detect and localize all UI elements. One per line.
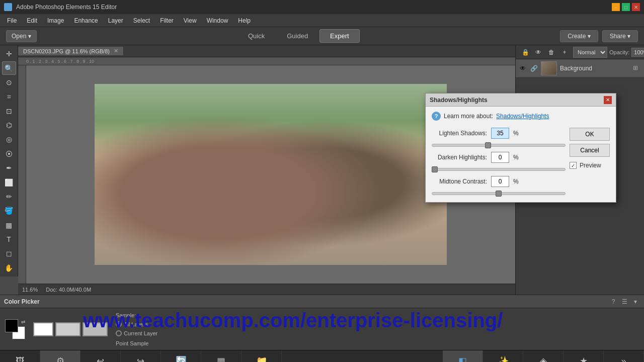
darken-highlights-value[interactable]: 0: [491, 152, 509, 163]
app-icon: [4, 3, 12, 11]
menu-window[interactable]: Window: [202, 16, 233, 26]
learn-link[interactable]: Shadows/Highlights: [496, 113, 549, 120]
menu-select[interactable]: Select: [128, 16, 155, 26]
doc-tab-name: DSCN0203.JPG @ 11.6% (RGB/8): [23, 48, 110, 54]
crop-tool[interactable]: ⊡: [2, 105, 16, 118]
graphics-icon: ◈: [536, 354, 550, 362]
dialog-sliders: Lighten Shadows: 35 % Darken Highlights: [432, 128, 566, 197]
dock-tool-options[interactable]: ⚙ Tool Options: [40, 350, 80, 362]
document-canvas[interactable]: [95, 84, 447, 265]
maximize-button[interactable]: □: [622, 3, 630, 11]
layer-icon-4[interactable]: +: [559, 47, 570, 58]
close-button[interactable]: ✕: [632, 3, 640, 11]
dock-graphics[interactable]: ◈ Graphics: [523, 350, 564, 362]
learn-prefix: Learn more about:: [444, 113, 493, 120]
layer-expand-icon[interactable]: ⊞: [633, 64, 641, 72]
midtone-contrast-thumb[interactable]: [496, 191, 502, 197]
swap-colors-icon[interactable]: ⇄: [21, 319, 25, 325]
dock-rotate[interactable]: 🔄 Rotate: [161, 350, 201, 362]
layer-link-icon[interactable]: 🔗: [530, 64, 538, 72]
foreground-color-swatch[interactable]: [5, 319, 18, 332]
menu-filter[interactable]: Filter: [155, 16, 179, 26]
smart-brush[interactable]: ⦿: [2, 147, 16, 160]
type-tool[interactable]: T: [2, 233, 16, 246]
menu-help[interactable]: Help: [233, 16, 256, 26]
current-layer-option[interactable]: Current Layer: [116, 330, 157, 336]
dock-layout[interactable]: ▦ Layout: [201, 350, 242, 362]
darken-highlights-track[interactable]: [432, 168, 566, 171]
document-tab[interactable]: DSCN0203.JPG @ 11.6% (RGB/8) ✕: [18, 47, 124, 55]
menu-layer[interactable]: Layer: [103, 16, 128, 26]
effects-icon: ✨: [496, 354, 510, 362]
dock-effects[interactable]: ✨ Effects: [483, 350, 523, 362]
dock-organizer[interactable]: 📁 Organizer: [242, 350, 282, 362]
recompose-tool[interactable]: ⌬: [2, 119, 16, 132]
menu-edit[interactable]: Edit: [22, 16, 42, 26]
midtone-contrast-pct: %: [513, 178, 519, 185]
minimize-button[interactable]: –: [612, 3, 620, 11]
close-tab-icon[interactable]: ✕: [114, 48, 118, 54]
zoom-level: 11.6%: [22, 287, 38, 293]
preset-swatch-3x3[interactable]: [55, 322, 80, 336]
menu-file[interactable]: File: [2, 16, 22, 26]
preset-swatch-white[interactable]: [33, 322, 53, 336]
lasso-tool[interactable]: ⊙: [2, 76, 16, 89]
share-button[interactable]: Share ▾: [602, 30, 638, 42]
clone-tool[interactable]: ✒: [2, 161, 16, 174]
midtone-contrast-label: Midtone Contrast:: [432, 178, 487, 185]
layer-icon-3[interactable]: 🗑: [546, 47, 557, 58]
tab-guided[interactable]: Guided: [276, 29, 318, 43]
lighten-shadows-track[interactable]: [432, 144, 566, 147]
panel-collapse-icon[interactable]: ▾: [631, 297, 640, 306]
zoom-tool[interactable]: 🔍: [2, 61, 16, 74]
midtone-contrast-track[interactable]: [432, 192, 566, 195]
layout-icon: ▦: [214, 354, 228, 362]
create-button[interactable]: Create ▾: [560, 30, 598, 42]
menu-image[interactable]: Image: [42, 16, 69, 26]
current-layer-radio[interactable]: [116, 330, 122, 336]
organizer-icon: 📁: [255, 354, 269, 362]
panel-help-icon[interactable]: ?: [609, 297, 618, 306]
tab-quick[interactable]: Quick: [237, 29, 275, 43]
menu-enhance[interactable]: Enhance: [69, 16, 103, 26]
hand-tool[interactable]: ✋: [2, 261, 16, 275]
ok-button[interactable]: OK: [570, 128, 610, 141]
gradient-tool[interactable]: ▦: [2, 219, 16, 232]
layer-mode-select[interactable]: Normal Multiply Screen: [573, 47, 607, 58]
layer-row-background[interactable]: 👁 🔗 Background ⊞: [516, 59, 644, 77]
midtone-contrast-value[interactable]: 0: [491, 176, 509, 187]
opacity-input[interactable]: [631, 48, 644, 57]
brush-tool[interactable]: ✏: [2, 190, 16, 203]
dock-redo[interactable]: ↪ Redo: [121, 350, 161, 362]
move-tool[interactable]: ✛: [2, 47, 16, 60]
quick-select-tool[interactable]: ⌗: [2, 90, 16, 103]
preview-checkbox[interactable]: [570, 162, 577, 169]
healing-brush[interactable]: ◎: [2, 133, 16, 146]
preset-swatch-5x5[interactable]: [83, 322, 108, 336]
layers-header: 🔒 👁 🗑 + Normal Multiply Screen Opacity:: [516, 45, 644, 59]
dialog-close-button[interactable]: ✕: [604, 96, 612, 104]
dock-photo-bin[interactable]: 🖼 Photo Bin: [0, 350, 40, 362]
cancel-button[interactable]: Cancel: [570, 144, 610, 157]
dialog-title: Shadows/Highlights: [430, 97, 488, 104]
shape-tool[interactable]: ◻: [2, 247, 16, 260]
lighten-shadows-thumb[interactable]: [485, 142, 491, 148]
layer-icon-1[interactable]: 🔒: [520, 47, 531, 58]
tab-expert[interactable]: Expert: [319, 29, 360, 43]
dock-layers[interactable]: ◧ Layers: [443, 350, 483, 362]
darken-highlights-thumb[interactable]: [432, 166, 438, 172]
open-button[interactable]: Open ▾: [6, 30, 37, 42]
window-controls: – □ ✕: [612, 3, 640, 11]
menu-view[interactable]: View: [179, 16, 202, 26]
dock-more[interactable]: » More: [604, 350, 644, 362]
eraser-tool[interactable]: ⬜: [2, 175, 16, 189]
all-layers-radio[interactable]: [116, 321, 122, 327]
layer-icon-2[interactable]: 👁: [533, 47, 544, 58]
lighten-shadows-value[interactable]: 35: [491, 128, 509, 139]
paint-bucket[interactable]: 🪣: [2, 204, 16, 217]
all-layers-option[interactable]: All Layers: [116, 321, 148, 327]
layer-visibility-icon[interactable]: 👁: [519, 64, 527, 72]
panel-menu-icon[interactable]: ☰: [620, 297, 629, 306]
dock-undo[interactable]: ↩ Undo: [80, 350, 121, 362]
dock-favorites[interactable]: ★ Favorites: [564, 350, 604, 362]
